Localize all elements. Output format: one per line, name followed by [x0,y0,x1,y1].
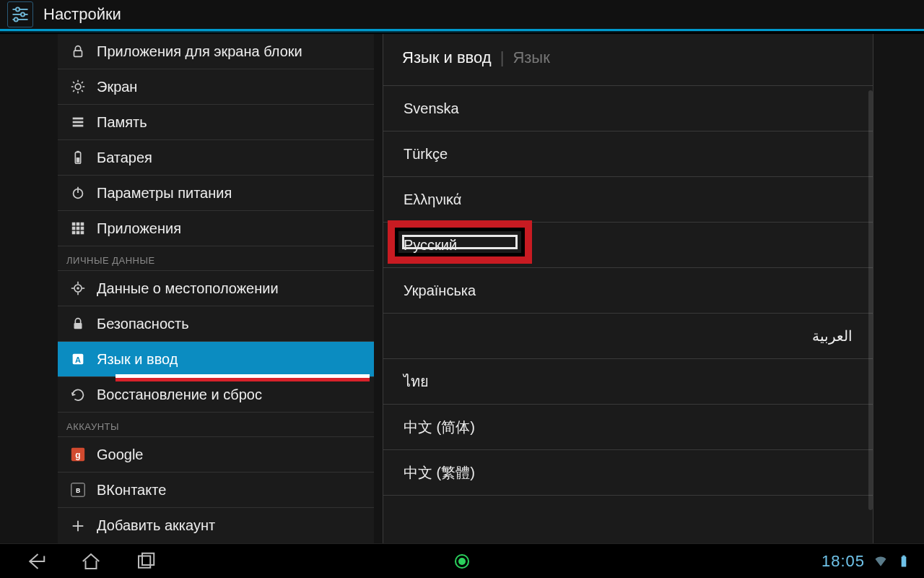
content-area: Приложения для экрана блоки Экран Память… [0,34,924,543]
language-label: Русский [404,237,457,254]
language-label: العربية [812,327,853,345]
svg-rect-29 [81,227,84,230]
backup-icon [69,386,87,403]
language-label: 中文 (简体) [404,418,475,437]
sidebar-item-security[interactable]: Безопасность [58,306,374,342]
sidebar-item-backup[interactable]: Восстановление и сброс [58,377,374,413]
language-option[interactable]: Türkçe [383,131,873,177]
svg-rect-26 [81,223,84,226]
svg-rect-48 [139,556,150,567]
language-label: Українська [404,282,476,299]
language-option-selected[interactable]: Русский [383,223,873,268]
svg-line-13 [82,90,83,92]
sidebar-header-personal: ЛИЧНЫЕ ДАННЫЕ [58,246,374,271]
sidebar-item-label: Экран [97,79,137,95]
svg-point-5 [14,17,18,21]
page-title: Настройки [43,5,121,24]
language-icon: A [69,350,87,368]
storage-icon [69,113,87,131]
settings-app-icon [7,1,33,27]
sidebar-item-battery[interactable]: Батарея [58,140,374,176]
sidebar-item-label: Язык и ввод [97,351,178,368]
nav-back-button[interactable] [22,547,51,576]
sidebar-item-label: Google [97,447,144,463]
svg-point-34 [77,287,79,290]
battery-status-icon [897,554,911,569]
svg-rect-50 [902,556,907,566]
language-option[interactable]: Українська [383,268,873,314]
svg-text:A: A [75,355,81,364]
main-panel: Язык и ввод | Язык Svenska Türkçe Ελληνι… [383,34,873,543]
language-option[interactable]: العربية [383,314,873,359]
svg-point-7 [75,84,81,90]
svg-rect-6 [74,51,82,56]
svg-rect-30 [72,231,76,235]
sidebar-header-accounts: АККАУНТЫ [58,413,374,437]
language-option[interactable]: 中文 (简体) [383,405,873,450]
vk-icon: в [69,481,87,499]
sidebar-item-label: Приложения для экрана блоки [97,43,302,60]
language-option[interactable]: ไทย [383,359,873,405]
svg-rect-25 [77,223,80,226]
nav-home-button[interactable] [77,547,105,576]
sidebar-item-location[interactable]: Данные о местоположении [58,271,374,306]
sidebar-item-vk[interactable]: в ВКонтакте [58,473,374,508]
breadcrumb-separator: | [497,48,507,67]
svg-point-4 [21,12,25,16]
accent-divider [0,29,924,31]
scrollbar[interactable] [868,90,873,510]
language-label: Ελληνικά [404,191,461,208]
sidebar-item-add-account[interactable]: Добавить аккаунт [58,508,374,543]
breadcrumb-root[interactable]: Язык и ввод [402,48,492,67]
svg-rect-16 [73,118,84,120]
brightness-icon [69,78,87,95]
power-icon [69,184,87,202]
breadcrumb: Язык и ввод | Язык [383,34,873,86]
language-option[interactable]: Ελληνικά [383,177,873,223]
sidebar-item-label: Приложения [97,220,181,237]
nav-recents-button[interactable] [131,547,160,576]
sidebar-item-label: Параметры питания [97,185,232,202]
language-label: Svenska [404,100,459,117]
sidebar-item-display[interactable]: Экран [58,69,374,105]
sidebar-item-power[interactable]: Параметры питания [58,176,374,211]
sidebar-item-apps[interactable]: Приложения [58,211,374,246]
location-icon [69,280,87,297]
sidebar-item-language[interactable]: A Язык и ввод [58,342,374,377]
svg-line-14 [73,90,74,92]
plus-icon [69,517,87,535]
svg-text:в: в [76,486,80,494]
sidebar-item-label: Восстановление и сброс [97,387,262,403]
status-clock: 18:05 [821,552,865,571]
language-option[interactable]: 中文 (繁體) [383,450,873,496]
sidebar-item-google[interactable]: g Google [58,437,374,473]
google-icon: g [69,446,87,463]
svg-rect-20 [77,151,79,152]
system-navbar: 18:05 [0,543,924,578]
sidebar-item-label: ВКонтакте [97,482,166,499]
sidebar-item-storage[interactable]: Память [58,105,374,140]
svg-line-15 [82,82,83,83]
title-bar: Настройки [0,0,924,29]
svg-rect-18 [73,125,84,127]
sidebar-item-lockscreen-apps[interactable]: Приложения для экрана блоки [58,34,374,69]
language-label: ไทย [404,370,429,393]
apps-icon [69,220,87,237]
language-label: Türkçe [404,146,448,163]
battery-icon [69,149,87,166]
sidebar-item-label: Батарея [97,150,152,166]
language-label: 中文 (繁體) [404,463,475,483]
svg-rect-51 [902,555,905,556]
svg-rect-24 [72,223,76,226]
svg-rect-21 [77,158,80,163]
nav-center-indicator[interactable] [455,554,469,569]
lock-icon [69,43,87,60]
breadcrumb-current: Язык [513,48,549,67]
svg-rect-49 [142,553,154,564]
sidebar-item-label: Данные о местоположении [97,280,279,297]
settings-sidebar: Приложения для экрана блоки Экран Память… [58,34,374,543]
svg-text:g: g [75,450,80,460]
sidebar-item-label: Безопасность [97,316,189,332]
language-option[interactable]: Svenska [383,86,873,131]
svg-rect-31 [77,231,80,235]
